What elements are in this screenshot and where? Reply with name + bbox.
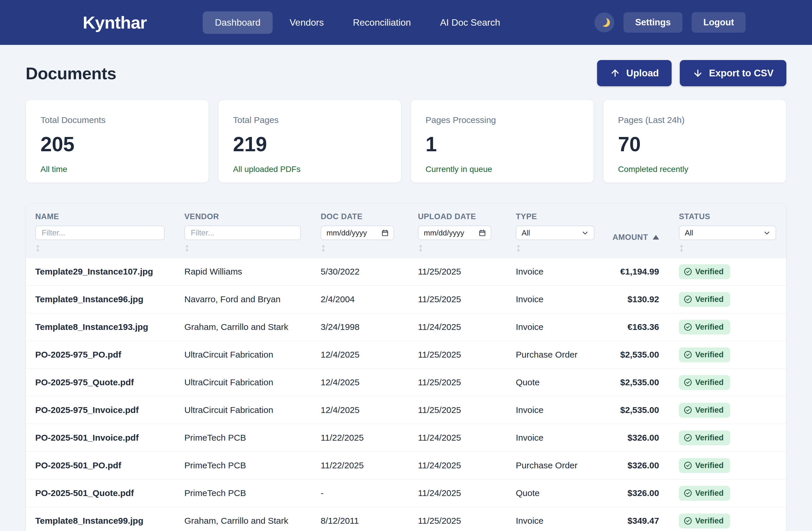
- table-row[interactable]: PO-2025-975_PO.pdf UltraCircuit Fabricat…: [26, 341, 786, 369]
- export-button-label: Export to CSV: [709, 68, 773, 79]
- status-select-value: All: [685, 228, 693, 238]
- cell-amount: $130.92: [597, 294, 667, 304]
- cell-status: Verified: [667, 292, 786, 307]
- cell-status: Verified: [667, 347, 786, 362]
- theme-toggle-button[interactable]: [594, 13, 614, 32]
- export-csv-button[interactable]: Export to CSV: [680, 60, 786, 86]
- cell-type: Purchase Order: [516, 460, 597, 470]
- cell-amount: $349.47: [597, 516, 667, 526]
- cell-status: Verified: [667, 486, 786, 501]
- page-title: Documents: [26, 64, 116, 83]
- cell-name: PO-2025-975_Invoice.pdf: [26, 405, 184, 415]
- name-filter-input[interactable]: [35, 226, 164, 240]
- cell-doc-date: 11/22/2025: [321, 433, 418, 443]
- cell-amount: $2,535.00: [597, 377, 667, 387]
- vendor-filter-input[interactable]: [184, 226, 301, 240]
- logout-button[interactable]: Logout: [692, 12, 745, 33]
- table-row[interactable]: Template29_Instance107.jpg Rapid William…: [26, 258, 786, 285]
- doc-date-filter-input[interactable]: mm/dd/yyyy: [321, 226, 394, 240]
- check-circle-icon: [684, 406, 692, 415]
- sort-doc-date-icon[interactable]: [321, 244, 418, 252]
- stat-caption: All time: [41, 165, 194, 174]
- cell-vendor: PrimeTech PCB: [184, 460, 321, 470]
- cell-amount: $2,535.00: [597, 350, 667, 360]
- status-filter-select[interactable]: All: [679, 226, 776, 240]
- cell-type: Invoice: [516, 322, 597, 332]
- column-amount-sort[interactable]: AMOUNT: [597, 212, 667, 252]
- cell-name: Template8_Instance193.jpg: [26, 322, 184, 332]
- column-status: STATUS All: [667, 212, 786, 252]
- status-badge: Verified: [679, 292, 730, 307]
- column-upload-date: UPLOAD DATE mm/dd/yyyy: [418, 212, 516, 252]
- type-select-value: All: [522, 228, 530, 238]
- cell-type: Purchase Order: [516, 350, 597, 360]
- table-row[interactable]: PO-2025-501_Quote.pdf PrimeTech PCB - 11…: [26, 479, 786, 507]
- cell-vendor: Rapid Williams: [184, 267, 321, 277]
- stat-value: 219: [233, 132, 387, 156]
- check-circle-icon: [684, 516, 692, 525]
- cell-amount: $2,535.00: [597, 405, 667, 415]
- nav-item-dashboard[interactable]: Dashboard: [203, 11, 273, 34]
- cell-upload-date: 11/25/2025: [418, 267, 516, 277]
- cell-type: Invoice: [516, 516, 597, 526]
- column-header-amount: AMOUNT: [612, 233, 648, 242]
- nav-item-reconciliation[interactable]: Reconciliation: [341, 11, 423, 34]
- table-row[interactable]: PO-2025-975_Quote.pdf UltraCircuit Fabri…: [26, 369, 786, 396]
- chevron-down-icon: [581, 229, 589, 237]
- cell-amount: €1,194.99: [597, 267, 667, 277]
- table-header: NAME VENDOR DOC DATE: [26, 204, 786, 258]
- sort-name-icon[interactable]: [35, 244, 184, 252]
- table-row[interactable]: PO-2025-501_PO.pdf PrimeTech PCB 11/22/2…: [26, 452, 786, 479]
- nav-item-vendors[interactable]: Vendors: [277, 11, 336, 34]
- table-row[interactable]: PO-2025-975_Invoice.pdf UltraCircuit Fab…: [26, 396, 786, 424]
- settings-button[interactable]: Settings: [624, 12, 682, 33]
- cell-status: Verified: [667, 375, 786, 390]
- cell-name: Template29_Instance107.jpg: [26, 267, 184, 277]
- status-badge: Verified: [679, 347, 730, 362]
- sort-vendor-icon[interactable]: [184, 244, 321, 252]
- sort-status-icon[interactable]: [679, 244, 786, 252]
- calendar-icon[interactable]: [479, 229, 486, 237]
- cell-name: PO-2025-975_Quote.pdf: [26, 377, 184, 387]
- cell-vendor: Graham, Carrillo and Stark: [184, 322, 321, 332]
- type-filter-select[interactable]: All: [516, 226, 594, 240]
- status-badge: Verified: [679, 403, 730, 418]
- stat-card-pages-last-24h: Pages (Last 24h) 70 Completed recently: [603, 100, 786, 183]
- nav-item-ai-doc-search[interactable]: AI Doc Search: [428, 11, 512, 34]
- table-row[interactable]: PO-2025-501_Invoice.pdf PrimeTech PCB 11…: [26, 424, 786, 452]
- table-row[interactable]: Template9_Instance96.jpg Navarro, Ford a…: [26, 285, 786, 313]
- status-badge-label: Verified: [695, 350, 724, 359]
- upload-button-label: Upload: [626, 68, 659, 79]
- stat-value: 70: [618, 132, 771, 156]
- cell-doc-date: 12/4/2025: [321, 377, 418, 387]
- status-badge-label: Verified: [695, 267, 724, 276]
- sort-upload-date-icon[interactable]: [418, 244, 516, 252]
- cell-doc-date: 2/4/2004: [321, 294, 418, 304]
- sort-type-icon[interactable]: [516, 244, 597, 252]
- cell-doc-date: 11/22/2025: [321, 460, 418, 470]
- table-row[interactable]: Template8_Instance193.jpg Graham, Carril…: [26, 313, 786, 341]
- status-badge-label: Verified: [695, 295, 724, 304]
- cell-name: PO-2025-975_PO.pdf: [26, 350, 184, 360]
- upload-button[interactable]: Upload: [597, 60, 672, 86]
- cell-type: Invoice: [516, 267, 597, 277]
- documents-table: NAME VENDOR DOC DATE: [26, 203, 786, 531]
- cell-upload-date: 11/25/2025: [418, 405, 516, 415]
- cell-name: Template9_Instance96.jpg: [26, 294, 184, 304]
- calendar-icon[interactable]: [381, 229, 389, 237]
- brand-logo: Kynthar: [83, 13, 147, 33]
- status-badge-label: Verified: [695, 378, 724, 387]
- column-header-name: NAME: [35, 212, 184, 222]
- upload-date-filter-input[interactable]: mm/dd/yyyy: [418, 226, 491, 240]
- status-badge: Verified: [679, 264, 730, 279]
- table-row[interactable]: Template8_Instance99.jpg Graham, Carrill…: [26, 507, 786, 531]
- stat-label: Pages Processing: [425, 115, 579, 125]
- column-header-doc-date: DOC DATE: [321, 212, 418, 222]
- cell-vendor: Graham, Carrillo and Stark: [184, 516, 321, 526]
- stat-value: 205: [41, 132, 194, 156]
- download-arrow-icon: [693, 68, 703, 79]
- stat-label: Total Pages: [233, 115, 387, 125]
- stat-card-pages-processing: Pages Processing 1 Currently in queue: [411, 100, 594, 183]
- column-header-vendor: VENDOR: [184, 212, 321, 222]
- check-circle-icon: [684, 267, 692, 276]
